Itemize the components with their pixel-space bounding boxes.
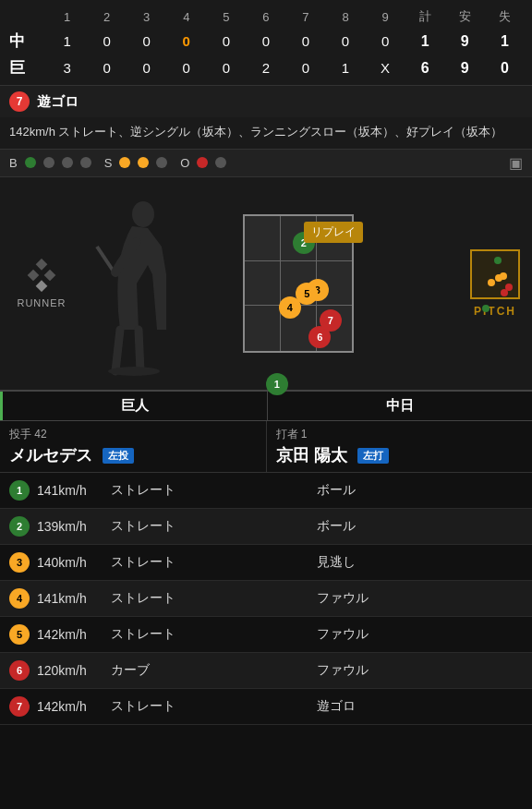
inning-2: 2 <box>87 6 127 28</box>
pitch-result-1: ボール <box>317 482 523 499</box>
pitch-list-row: 4141km/hストレートファウル <box>0 581 532 617</box>
inning-7: 7 <box>285 6 325 28</box>
pitch-result-7: 遊ゴロ <box>317 698 523 715</box>
pitch-list-num-1: 1 <box>9 480 30 501</box>
pitch-type-2: ストレート <box>111 518 317 535</box>
svg-rect-2 <box>28 269 40 281</box>
pitch-list-row: 2139km/hストレートボール <box>0 509 532 545</box>
team-col-chunichi: 中日 <box>268 392 532 420</box>
pitch-list-row: 3140km/hストレート見逃し <box>0 545 532 581</box>
batter-label: 打者 <box>276 428 298 441</box>
play-detail: 142km/h ストレート、逆シングル（坂本）、ランニングスロー（坂本）、好プレ… <box>0 117 532 150</box>
pitch-zone-wrapper: リプレイ 1234567 <box>243 214 354 353</box>
home-score-4: 0 <box>166 54 206 81</box>
away-score-9: 0 <box>366 28 405 54</box>
out-1 <box>197 157 208 168</box>
pitch-list-num-6: 6 <box>9 660 30 681</box>
inning-9: 9 <box>366 6 405 28</box>
pitcher-name: メルセデス <box>9 446 92 465</box>
svg-rect-0 <box>36 259 48 271</box>
home-score-8: 1 <box>326 54 366 81</box>
away-total-errors: 1 <box>485 28 525 54</box>
inning-6: 6 <box>246 6 285 28</box>
pitch-panel-label: PITCH <box>474 305 516 318</box>
replay-button[interactable]: リプレイ <box>304 222 363 243</box>
svg-rect-1 <box>44 269 56 281</box>
pitch-type-6: カーブ <box>111 662 317 679</box>
pitch-speed-6: 120km/h <box>37 663 111 678</box>
away-score-4: 0 <box>166 28 206 54</box>
runner-panel: RUNNER <box>0 177 83 390</box>
away-score-7: 0 <box>285 28 325 54</box>
team-home-name: 巨 <box>7 54 47 81</box>
batter-silhouette <box>92 177 166 390</box>
play-info-bar: 7 遊ゴロ <box>0 85 532 117</box>
pitch-speed-1: 141km/h <box>37 483 111 498</box>
pitcher-hand: 左投 <box>103 448 134 464</box>
away-score-2: 0 <box>87 28 127 54</box>
away-score-8: 0 <box>326 28 366 54</box>
batter-number: 1 <box>301 428 308 441</box>
pitch-list-num-4: 4 <box>9 588 30 609</box>
pitch-type-4: ストレート <box>111 590 317 607</box>
away-score-1: 1 <box>47 28 87 54</box>
pitch-dot-7: 7 <box>320 309 342 332</box>
out-2 <box>215 157 226 168</box>
pitch-list-num-2: 2 <box>9 516 30 537</box>
pitch-speed-2: 139km/h <box>37 519 111 534</box>
pitch-list-row: 5142km/hストレートファウル <box>0 617 532 653</box>
pitch-speed-5: 142km/h <box>37 627 111 642</box>
away-total-runs: 1 <box>405 28 445 54</box>
arena-icon: ▣ <box>509 154 523 172</box>
pitch-center-area: リプレイ 1234567 <box>83 177 458 390</box>
pitch-panel-right[interactable]: PITCH <box>458 177 532 390</box>
inning-5: 5 <box>206 6 246 28</box>
pitch-list-row: 7142km/hストレート遊ゴロ <box>0 689 532 725</box>
pitch-mini-map <box>470 249 520 299</box>
team-away-name: 中 <box>7 28 47 54</box>
away-score-5: 0 <box>206 28 246 54</box>
home-score-2: 0 <box>87 54 127 81</box>
home-score-7: 0 <box>285 54 325 81</box>
pitch-type-5: ストレート <box>111 626 317 643</box>
home-score-1: 3 <box>47 54 87 81</box>
pitch-list-row: 1141km/hストレートボール <box>0 473 532 509</box>
pitch-mini-dot-1 <box>482 305 490 312</box>
inning-badge: 7 <box>9 91 30 112</box>
batter-name: 京田 陽太 <box>276 446 347 465</box>
strike-3 <box>156 157 167 168</box>
home-total-runs: 6 <box>405 54 445 81</box>
strike-1 <box>119 157 130 168</box>
pitch-type-1: ストレート <box>111 482 317 499</box>
pitch-type-7: ストレート <box>111 698 317 715</box>
pitch-mini-dot-4 <box>488 279 495 286</box>
inning-3: 3 <box>127 6 166 28</box>
strike-2 <box>138 157 149 168</box>
svg-point-4 <box>132 201 154 227</box>
svg-point-6 <box>108 367 160 376</box>
scoreboard: 1 2 3 4 5 6 7 8 9 計 安 失 中 1 0 0 0 0 <box>0 0 532 85</box>
ball-label: B <box>9 156 18 170</box>
pitch-result-3: 見逃し <box>317 554 523 571</box>
summary-header-hits: 安 <box>445 6 485 28</box>
svg-rect-3 <box>36 280 48 292</box>
away-score-3: 0 <box>127 28 166 54</box>
ball-1 <box>25 157 36 168</box>
pitcher-number: 42 <box>34 428 46 441</box>
strike-label: S <box>104 156 113 170</box>
away-score-6: 0 <box>246 28 285 54</box>
team-header: 巨人 中日 <box>0 390 532 421</box>
runner-diamond <box>25 259 58 292</box>
pitch-dot-5: 5 <box>296 283 318 305</box>
play-name: 遊ゴロ <box>37 93 79 111</box>
summary-header-runs: 計 <box>405 6 445 28</box>
pitch-type-3: ストレート <box>111 554 317 571</box>
pitch-mini-dot-5 <box>495 274 502 282</box>
pitch-area: RUNNER リプレイ <box>0 177 532 390</box>
player-info-row: 投手 42 メルセデス 左投 打者 1 京田 陽太 左打 <box>0 421 532 473</box>
team-col-giants: 巨人 <box>0 392 268 420</box>
inning-4: 4 <box>166 6 206 28</box>
inning-1: 1 <box>47 6 87 28</box>
pitch-speed-7: 142km/h <box>37 699 111 714</box>
pitch-mini-dot-7 <box>505 284 513 291</box>
